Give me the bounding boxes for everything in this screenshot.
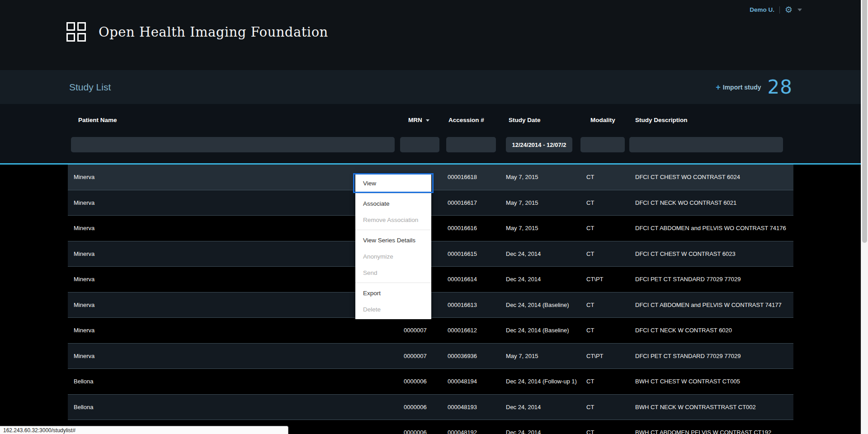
table-header-row: Patient Name MRN Accession # Study Date … xyxy=(68,108,793,131)
cell-accession: 000016612 xyxy=(446,327,506,334)
cell-accession: 000016617 xyxy=(446,199,506,206)
logo-square xyxy=(77,33,86,42)
cell-study-date: Dec 24, 2014 (Follow-up 1) xyxy=(506,378,580,385)
cell-patient-name: Bellona xyxy=(68,404,400,410)
study-context-menu: ViewAssociateRemove AssociationView Seri… xyxy=(355,173,431,319)
menu-item-anonymize: Anonymize xyxy=(355,248,431,264)
cell-mrn: 0000006 xyxy=(400,378,446,385)
menu-item-associate[interactable]: Associate xyxy=(355,195,431,212)
logo-square xyxy=(77,22,86,31)
cell-accession: 000016613 xyxy=(446,302,506,308)
table-row[interactable]: Minerva 0000007 000036936 May 7, 2015 CT… xyxy=(0,344,861,369)
cell-patient-name: Minerva xyxy=(68,302,400,308)
cell-modality: CT xyxy=(580,302,629,308)
cell-accession: 000048193 xyxy=(446,404,506,410)
cell-mrn: 0000006 xyxy=(400,404,446,410)
cell-patient-name: Minerva xyxy=(68,327,400,334)
gear-icon[interactable]: ⚙ xyxy=(785,5,793,14)
studylist-bar: Study List + Import study 28 xyxy=(0,70,861,104)
cell-patient-name: Minerva xyxy=(68,199,400,206)
import-study-button[interactable]: + Import study xyxy=(716,83,761,91)
cell-modality: CT xyxy=(580,429,629,434)
column-header-patient-name: Patient Name xyxy=(68,108,400,131)
cell-mrn: 0000006 xyxy=(400,429,446,434)
table-row[interactable]: Minerva 0000007 000016612 Dec 24, 2014 (… xyxy=(0,318,861,344)
cell-patient-name: Minerva xyxy=(68,225,400,231)
import-study-label: Import study xyxy=(723,84,761,91)
cell-study-description: DFCI CT ABDOMEN and PELVIS WO CONTRAST 7… xyxy=(629,225,793,231)
cell-patient-name: Minerva xyxy=(68,174,400,180)
cell-patient-name: Bellona xyxy=(68,378,400,385)
study-date-filter-input[interactable] xyxy=(506,137,572,152)
user-menu-button[interactable]: Demo U. xyxy=(750,6,774,13)
table-row[interactable]: Bellona 0000006 000048193 Dec 24, 2014 C… xyxy=(0,395,861,420)
cell-accession: 000048194 xyxy=(446,378,506,385)
cell-patient-name: Minerva xyxy=(68,276,400,283)
cell-accession: 000016618 xyxy=(446,174,506,180)
cell-study-date: Dec 24, 2014 (Baseline) xyxy=(506,327,580,334)
cell-study-description: DFCI CT CHEST WO CONTRAST 6024 xyxy=(629,174,793,180)
app-window: Open Health Imaging Foundation Demo U. ⚙… xyxy=(0,0,868,434)
home-link[interactable]: Open Health Imaging Foundation xyxy=(66,22,328,42)
page-title: Study List xyxy=(69,82,111,93)
cell-patient-name: Minerva xyxy=(68,250,400,257)
cell-modality: CT\PT xyxy=(580,276,629,283)
cell-study-date: May 7, 2015 xyxy=(506,353,580,359)
cell-study-date: May 7, 2015 xyxy=(506,225,580,231)
modality-filter-input[interactable] xyxy=(580,137,625,152)
column-header-modality: Modality xyxy=(580,108,629,131)
status-url: 162.243.60.32:3000/studylist# xyxy=(3,427,75,434)
browser-status-bar: 162.243.60.32:3000/studylist# xyxy=(0,426,288,434)
cell-mrn: 0000007 xyxy=(400,327,446,334)
cell-study-description: BWH CT NECK W CONTRASTTRAST CT002 xyxy=(629,404,793,410)
menu-item-view-series-details[interactable]: View Series Details xyxy=(355,232,431,248)
cell-modality: CT\PT xyxy=(580,353,629,359)
cell-study-description: DFCI PET CT STANDARD 77029 77029 xyxy=(629,353,793,359)
cell-modality: CT xyxy=(580,199,629,206)
cell-modality: CT xyxy=(580,404,629,410)
page-content: Open Health Imaging Foundation Demo U. ⚙… xyxy=(0,0,861,434)
logo-square xyxy=(66,22,75,31)
study-description-filter-input[interactable] xyxy=(629,137,783,152)
cell-modality: CT xyxy=(580,174,629,180)
menu-item-export[interactable]: Export xyxy=(355,285,431,301)
logo-square xyxy=(66,33,75,42)
study-count: 28 xyxy=(768,76,793,98)
cell-study-description: DFCI CT NECK WO CONTRAST 6021 xyxy=(629,199,793,206)
menu-item-remove-association: Remove Association xyxy=(355,212,431,228)
cell-modality: CT xyxy=(580,378,629,385)
cell-study-description: BWH CT CHEST W CONTRAST CT005 xyxy=(629,378,793,385)
cell-study-description: BWH CT ABDOMEN PELVIS W CONTRAST CT192 xyxy=(629,429,793,434)
column-header-mrn[interactable]: MRN xyxy=(400,108,446,131)
accession-filter-input[interactable] xyxy=(446,137,496,152)
menu-separator xyxy=(355,230,431,230)
cell-study-date: May 7, 2015 xyxy=(506,174,580,180)
patient-name-filter-input[interactable] xyxy=(71,137,395,152)
filter-row xyxy=(68,137,793,152)
menu-item-delete: Delete xyxy=(355,301,431,317)
column-header-study-description: Study Description xyxy=(629,108,793,131)
cell-accession: 000016614 xyxy=(446,276,506,283)
plus-icon: + xyxy=(716,83,721,91)
chevron-down-icon[interactable] xyxy=(797,9,802,11)
cell-study-date: Dec 24, 2014 xyxy=(506,404,580,410)
scrollbar-thumb[interactable] xyxy=(862,0,867,243)
table-row[interactable]: Bellona 0000006 000048194 Dec 24, 2014 (… xyxy=(0,369,861,395)
cell-study-date: Dec 24, 2014 (Baseline) xyxy=(506,302,580,308)
cell-modality: CT xyxy=(580,225,629,231)
scrollbar-track[interactable] xyxy=(861,0,868,434)
column-header-accession: Accession # xyxy=(446,108,506,131)
cell-mrn: 0000007 xyxy=(400,353,446,359)
cell-accession: 000016615 xyxy=(446,250,506,257)
menu-separator xyxy=(355,283,431,283)
cell-accession: 000016616 xyxy=(446,225,506,231)
menu-separator xyxy=(355,193,431,193)
app-header: Open Health Imaging Foundation Demo U. ⚙ xyxy=(0,0,861,70)
cell-study-description: DFCI PET CT STANDARD 77029 77029 xyxy=(629,276,793,283)
cell-study-description: DFCI CT CHEST W CONTRAST 6023 xyxy=(629,250,793,257)
import-area: + Import study 28 xyxy=(716,70,793,104)
cell-study-description: DFCI CT NECK W CONTRAST 6020 xyxy=(629,327,793,334)
divider xyxy=(779,6,780,14)
menu-item-view[interactable]: View xyxy=(355,175,431,191)
mrn-filter-input[interactable] xyxy=(400,137,439,152)
